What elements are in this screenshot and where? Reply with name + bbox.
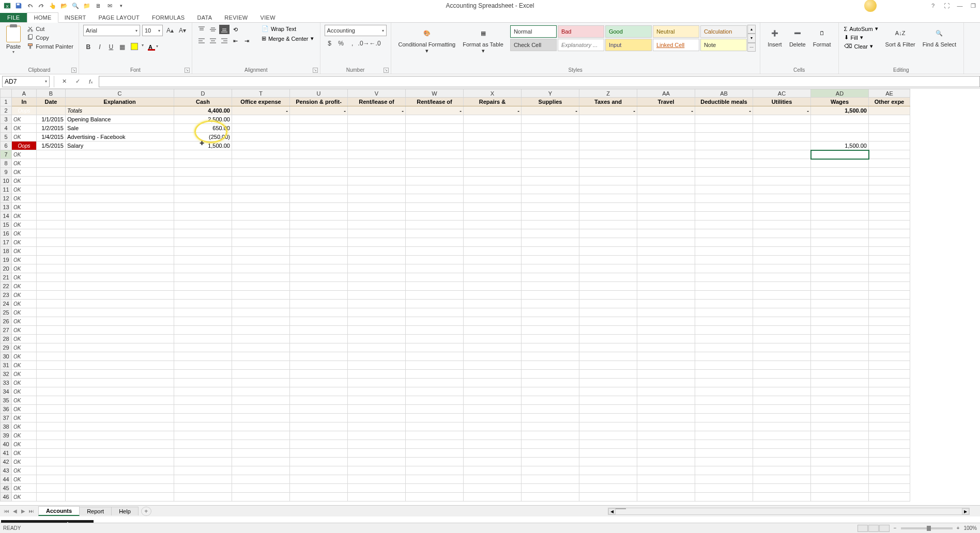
cell[interactable] (37, 150, 66, 159)
cell[interactable] (695, 361, 753, 370)
cell[interactable] (579, 238, 637, 247)
col-header-AE[interactable]: AE (869, 89, 910, 98)
cell[interactable] (406, 273, 464, 282)
col-header-D[interactable]: D (174, 89, 232, 98)
decrease-font-icon[interactable]: A▾ (177, 25, 188, 36)
cell[interactable] (695, 440, 753, 449)
cell[interactable]: Wages (811, 98, 869, 106)
cancel-icon[interactable]: ✕ (59, 77, 69, 86)
cell[interactable]: 1/4/2015 (37, 133, 66, 142)
cell[interactable] (695, 335, 753, 343)
row-header-1[interactable]: 1 (1, 98, 12, 106)
cell[interactable] (464, 317, 522, 326)
cell[interactable] (753, 115, 811, 124)
cell[interactable] (232, 458, 290, 466)
cell[interactable] (348, 264, 406, 273)
delete-cells-button[interactable]: ➖Delete (786, 25, 809, 49)
cell[interactable] (811, 449, 869, 458)
cell[interactable] (637, 440, 695, 449)
cell[interactable] (579, 405, 637, 414)
cell[interactable] (869, 484, 910, 493)
cell[interactable] (464, 387, 522, 396)
cell[interactable] (753, 300, 811, 308)
cell[interactable] (522, 484, 579, 493)
cell[interactable] (522, 335, 579, 343)
cell[interactable] (37, 256, 66, 264)
cell[interactable] (811, 493, 869, 501)
cell[interactable]: - (753, 106, 811, 115)
cell[interactable]: 650.00 (174, 124, 232, 133)
cell[interactable] (695, 343, 753, 352)
cell[interactable] (869, 343, 910, 352)
cell[interactable] (869, 466, 910, 475)
cell[interactable] (579, 282, 637, 291)
cell[interactable] (579, 475, 637, 484)
cell[interactable]: 1,500.00 (174, 142, 232, 150)
cell[interactable] (174, 168, 232, 177)
fill-button[interactable]: ⬇ Fill ▾ (843, 34, 879, 41)
cell[interactable] (348, 422, 406, 431)
cell[interactable] (695, 168, 753, 177)
cell[interactable] (290, 221, 348, 229)
tab-view[interactable]: VIEW (254, 13, 282, 22)
cell[interactable] (579, 352, 637, 361)
cell[interactable] (174, 177, 232, 185)
cell[interactable] (348, 194, 406, 203)
cell[interactable] (579, 343, 637, 352)
cell[interactable] (66, 247, 174, 256)
cell[interactable] (637, 124, 695, 133)
cell[interactable] (66, 379, 174, 387)
cell[interactable] (66, 335, 174, 343)
cell[interactable] (753, 493, 811, 501)
cell[interactable] (522, 124, 579, 133)
cell[interactable] (174, 203, 232, 212)
zoom-level[interactable]: 100% (963, 525, 977, 531)
style-bad[interactable]: Bad (558, 25, 604, 38)
align-bottom-icon[interactable] (219, 25, 229, 34)
cell[interactable] (464, 361, 522, 370)
cell[interactable] (869, 387, 910, 396)
cell[interactable] (579, 221, 637, 229)
cell[interactable]: OK (12, 177, 37, 185)
new-icon[interactable]: 🗎 (93, 1, 103, 10)
cell[interactable] (290, 370, 348, 379)
cell[interactable]: OK (12, 449, 37, 458)
cell[interactable] (464, 352, 522, 361)
cell[interactable] (522, 150, 579, 159)
cell[interactable]: Oops (12, 106, 37, 115)
cell[interactable] (37, 177, 66, 185)
cell[interactable] (811, 387, 869, 396)
cell[interactable]: OK (12, 115, 37, 124)
cell[interactable] (37, 449, 66, 458)
cell[interactable] (811, 133, 869, 142)
cell[interactable] (37, 212, 66, 221)
cell[interactable] (406, 475, 464, 484)
cell[interactable] (290, 396, 348, 405)
cell[interactable] (464, 133, 522, 142)
cell[interactable] (522, 203, 579, 212)
cell[interactable] (869, 264, 910, 273)
cell[interactable] (869, 352, 910, 361)
cell[interactable] (37, 335, 66, 343)
cell[interactable]: OK (12, 300, 37, 308)
cell[interactable] (811, 212, 869, 221)
cell[interactable] (406, 264, 464, 273)
cell[interactable]: 4,400.00 (174, 106, 232, 115)
cell[interactable] (348, 335, 406, 343)
cell[interactable] (695, 238, 753, 247)
cell[interactable] (66, 387, 174, 396)
cell[interactable] (753, 440, 811, 449)
cell[interactable] (174, 282, 232, 291)
cell[interactable] (406, 124, 464, 133)
cell[interactable] (37, 361, 66, 370)
tab-page-layout[interactable]: PAGE LAYOUT (93, 13, 146, 22)
cell[interactable] (695, 221, 753, 229)
cell[interactable] (232, 264, 290, 273)
cell[interactable] (579, 177, 637, 185)
cell[interactable] (174, 484, 232, 493)
cell[interactable] (637, 379, 695, 387)
cell[interactable] (637, 291, 695, 300)
restore-icon[interactable]: ❐ (969, 2, 978, 10)
cell[interactable]: Explanation (66, 98, 174, 106)
cell[interactable] (37, 396, 66, 405)
